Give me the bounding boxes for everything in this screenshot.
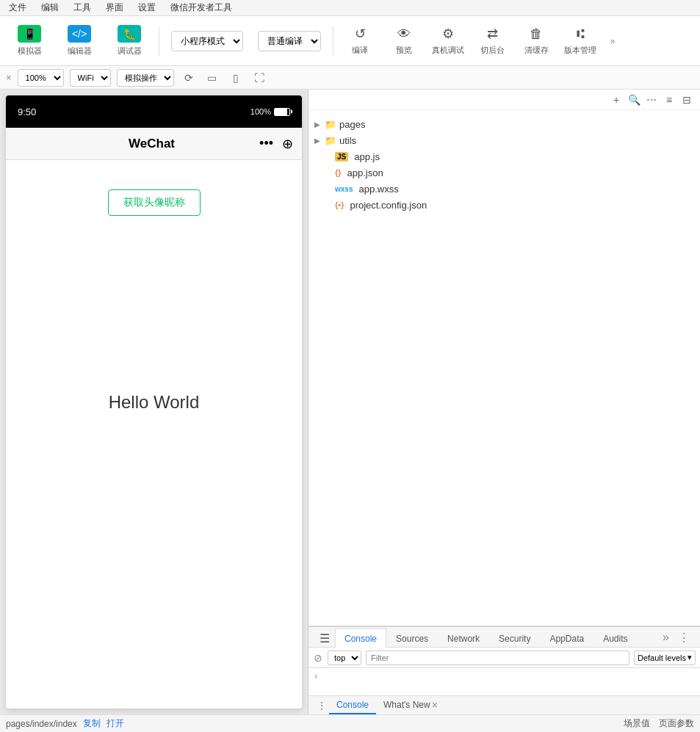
console-settings-btn[interactable]: ⋮ [314, 698, 329, 713]
js-icon: JS [335, 152, 348, 162]
file-app-json[interactable]: {} app.json [308, 164, 700, 181]
file-tree-toolbar: + 🔍 ⋯ ≡ ⊟ [308, 90, 700, 110]
landscape-btn[interactable]: ▯ [227, 69, 245, 87]
devtools-tabs: ☰ Console Sources Network Security AppDa… [308, 627, 700, 648]
tab-settings-btn[interactable]: ⋮ [674, 628, 694, 647]
sub-tab-console[interactable]: Console [329, 697, 376, 714]
close-x-btn[interactable]: × [6, 72, 12, 83]
search-file-btn[interactable]: 🔍 [627, 93, 641, 107]
cut-toolbar-label: 切后台 [480, 45, 505, 56]
folder-icon-pages: 📁 [325, 119, 336, 130]
collapse-file-btn[interactable]: ⊟ [679, 93, 694, 107]
tab-more-btn[interactable]: » [658, 628, 674, 647]
top-select[interactable]: top [328, 651, 361, 665]
simulator-button[interactable]: 📱 模拟器 [6, 21, 53, 62]
file-app-wxss[interactable]: wxss app.wxss [308, 181, 700, 197]
battery-pct: 100% [250, 107, 271, 116]
status-open-btn[interactable]: 打开 [107, 717, 124, 730]
menu-wechat-devtools[interactable]: 微信开发者工具 [167, 0, 235, 15]
cut-toolbar-icon: ⇄ [487, 26, 498, 42]
real-device-icon: ⚙ [442, 26, 454, 42]
more-dots-icon[interactable]: ••• [259, 136, 273, 152]
fullscreen-btn[interactable]: ⛶ [250, 69, 268, 87]
mode-select-group: 小程序模式 [171, 31, 243, 51]
simulator-icon: 📱 [18, 25, 41, 43]
arrow-utils: ▶ [314, 137, 320, 145]
file-project-config[interactable]: {•} project.config.json [308, 197, 700, 213]
editor-icon: </> [68, 25, 91, 43]
sub-tab-close-btn[interactable]: × [432, 699, 438, 711]
menu-bar: 文件 编辑 工具 界面 设置 微信开发者工具 [0, 0, 700, 16]
divider-2 [333, 26, 333, 56]
folder-utils[interactable]: ▶ 📁 utils [308, 132, 700, 148]
sub-tab-whats-new-label: What's New [383, 700, 430, 710]
no-entry-icon[interactable]: ⊘ [313, 653, 323, 663]
compile-icon: ↺ [355, 26, 366, 42]
tab-network[interactable]: Network [438, 628, 489, 648]
debugger-label: 调试器 [118, 46, 142, 57]
preview-button[interactable]: 👁 预览 [383, 21, 425, 62]
hello-world-text: Hello World [109, 392, 200, 413]
clear-cache-label: 清缓存 [524, 45, 549, 56]
editor-button[interactable]: </> 编辑器 [56, 21, 103, 62]
compile-button[interactable]: ↺ 编译 [339, 21, 380, 62]
compile-select-group: 普通编译 [258, 31, 321, 51]
folder-pages[interactable]: ▶ 📁 pages [308, 116, 700, 132]
folder-pages-label: pages [339, 119, 365, 130]
devtools-content: › [308, 668, 700, 695]
toolbar-more-button[interactable]: » [604, 21, 621, 62]
mode-select[interactable]: 小程序模式 [171, 31, 243, 51]
nav-right-icons: ••• ⊕ [259, 136, 293, 152]
levels-arrow: ▾ [688, 653, 692, 662]
network-select[interactable]: WiFi [70, 69, 111, 87]
tab-security[interactable]: Security [489, 628, 540, 648]
zoom-select[interactable]: 100% [18, 69, 64, 87]
action-select[interactable]: 模拟操作 [117, 69, 174, 87]
phone-content: 获取头像昵称 Hello World [6, 160, 302, 709]
cut-toolbar-button[interactable]: ⇄ 切后台 [472, 21, 513, 62]
real-device-button[interactable]: ⚙ 真机调试 [427, 21, 469, 62]
menu-settings[interactable]: 设置 [135, 0, 159, 15]
menu-edit[interactable]: 编辑 [38, 0, 62, 15]
levels-select[interactable]: Default levels ▾ [634, 651, 696, 665]
phone-status-bar: 9:50 100% [6, 95, 302, 128]
menu-tools[interactable]: 工具 [71, 0, 94, 15]
scene-value-btn[interactable]: 场景值 [624, 717, 650, 730]
phone-frame: 9:50 100% WeChat ••• ⊕ 获取头像昵称 [6, 95, 302, 709]
nav-close-icon[interactable]: ⊕ [282, 136, 293, 152]
phone-nav-bar: WeChat ••• ⊕ [6, 128, 302, 160]
add-file-btn[interactable]: + [609, 93, 624, 107]
sub-tab-whats-new[interactable]: What's New × [376, 697, 445, 714]
real-device-label: 真机调试 [432, 45, 464, 56]
version-mgmt-button[interactable]: ⑆ 版本管理 [560, 21, 601, 62]
tab-sidebar-toggle[interactable]: ☰ [314, 628, 335, 648]
more-file-btn[interactable]: ⋯ [644, 93, 659, 107]
folder-utils-label: utils [339, 135, 356, 146]
divider-1 [159, 26, 159, 56]
menu-file[interactable]: 文件 [6, 0, 29, 15]
portrait-btn[interactable]: ▭ [203, 69, 221, 87]
expand-arrow[interactable]: › [314, 671, 317, 681]
tab-audits[interactable]: Audits [593, 628, 637, 648]
get-avatar-button[interactable]: 获取头像昵称 [108, 189, 201, 216]
tab-appdata[interactable]: AppData [540, 628, 593, 648]
compile-select[interactable]: 普通编译 [258, 31, 321, 51]
battery-indicator: 100% [250, 107, 290, 116]
tab-sources[interactable]: Sources [386, 628, 438, 648]
version-mgmt-label: 版本管理 [564, 45, 596, 56]
debugger-button[interactable]: 🐛 调试器 [106, 21, 153, 62]
toolbar: 📱 模拟器 </> 编辑器 🐛 调试器 小程序模式 普通编译 ↺ 编译 👁 预览… [0, 16, 700, 66]
sort-file-btn[interactable]: ≡ [662, 93, 676, 107]
page-params-btn[interactable]: 页面参数 [659, 717, 694, 730]
devtools-panel: ☰ Console Sources Network Security AppDa… [308, 626, 700, 714]
file-tree: ▶ 📁 pages ▶ 📁 utils JS app.js {} app.jso… [308, 110, 700, 626]
rotate-btn[interactable]: ⟳ [180, 69, 198, 87]
status-copy-btn[interactable]: 复制 [83, 717, 101, 730]
menu-interface[interactable]: 界面 [103, 0, 126, 15]
status-path: pages/index/index [6, 719, 77, 729]
file-app-js[interactable]: JS app.js [308, 148, 700, 164]
filter-input[interactable] [366, 651, 629, 665]
clear-cache-button[interactable]: 🗑 清缓存 [516, 21, 557, 62]
clear-cache-icon: 🗑 [530, 26, 543, 42]
tab-console[interactable]: Console [335, 628, 386, 648]
